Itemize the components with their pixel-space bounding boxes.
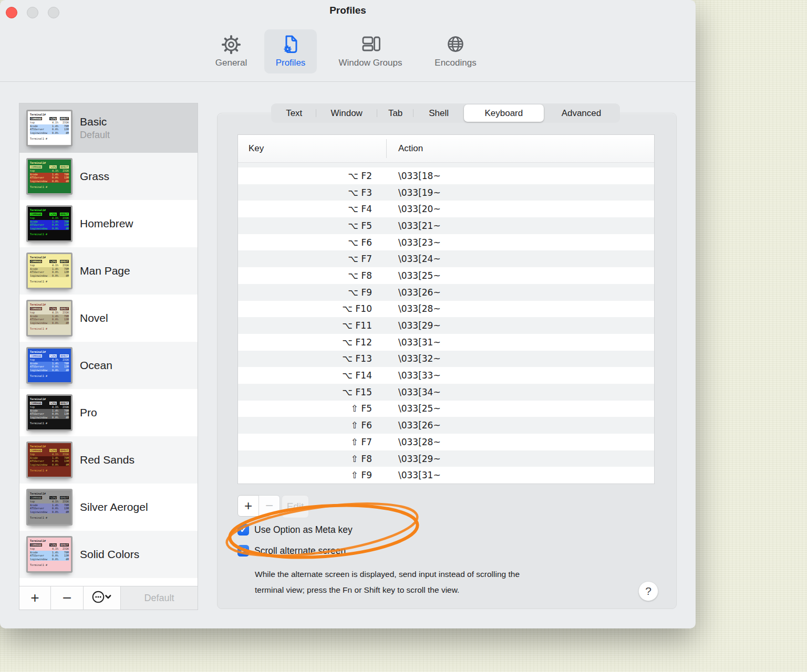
sidebar-footer: + − Default xyxy=(19,586,198,610)
key-mapping-row[interactable]: ⇧ F5\033[25~ xyxy=(238,401,654,417)
key-mappings-table: Key Action ⌥ F2\033[18~⌥ F3\033[19~⌥ F4\… xyxy=(237,134,655,484)
tab-advanced[interactable]: Advanced xyxy=(544,104,619,122)
key-mapping-row[interactable]: ⌥ F15\033[34~ xyxy=(238,384,654,401)
key-cell: ⌥ F9 xyxy=(238,287,372,298)
profile-thumbnail: Terminal1#COMMAND%CPURPRVTtop4.1%231KXco… xyxy=(26,110,73,146)
key-cell: ⌥ F5 xyxy=(238,220,372,231)
key-mapping-row[interactable]: ⌥ F9\033[26~ xyxy=(238,284,654,301)
toolbar-label-window-groups: Window Groups xyxy=(327,58,414,68)
key-mapping-row[interactable]: ⌥ F2\033[18~ xyxy=(238,167,654,184)
key-mapping-row[interactable]: ⇧ F9\033[31~ xyxy=(238,467,654,484)
key-mapping-row[interactable]: ⌥ F14\033[33~ xyxy=(238,367,654,384)
key-cell: ⇧ F7 xyxy=(238,437,372,447)
toolbar-label-encodings: Encodings xyxy=(420,58,491,68)
window-groups-icon xyxy=(358,33,382,57)
toolbar-item-encodings[interactable]: Encodings xyxy=(420,29,491,74)
key-mapping-row[interactable]: ⌥ F4\033[20~ xyxy=(238,201,654,217)
key-mapping-row[interactable]: ⌥ F5\033[21~ xyxy=(238,217,654,234)
action-cell: \033[31~ xyxy=(398,470,441,480)
key-cell: ⌥ F8 xyxy=(238,270,372,281)
key-mapping-row[interactable]: ⌥ F3\033[19~ xyxy=(238,184,654,201)
profile-thumbnail: Terminal1#COMMAND%CPURPRVTtop4.1%231KXco… xyxy=(26,347,73,384)
key-mapping-row[interactable]: ⌥ F6\033[23~ xyxy=(238,234,654,251)
key-cell: ⌥ F10 xyxy=(238,303,372,314)
add-key-mapping-button[interactable]: + xyxy=(237,495,259,517)
gear-icon xyxy=(219,33,243,57)
profile-item-grass[interactable]: Terminal1#COMMAND%CPURPRVTtop4.1%231KXco… xyxy=(19,153,198,200)
tab-window[interactable]: Window xyxy=(316,104,377,122)
profile-thumbnail: Terminal1#COMMAND%CPURPRVTtop4.1%231KXco… xyxy=(26,536,73,573)
profile-thumbnail: Terminal1#COMMAND%CPURPRVTtop4.1%231KXco… xyxy=(26,205,73,242)
profile-item-basic[interactable]: Terminal1#COMMAND%CPURPRVTtop4.1%231KXco… xyxy=(19,103,198,153)
key-mapping-row[interactable]: ⌥ F10\033[28~ xyxy=(238,301,654,318)
alternate-screen-help-text: While the alternate screen is displayed,… xyxy=(255,566,612,598)
scroll-alternate-screen-checkbox[interactable]: ✓ xyxy=(237,545,249,556)
toolbar-item-general[interactable]: General xyxy=(205,29,257,74)
column-header-action: Action xyxy=(398,143,423,154)
profile-thumbnail: Terminal1#COMMAND%CPURPRVTtop4.1%231KXco… xyxy=(26,300,73,337)
action-cell: \033[23~ xyxy=(398,237,441,248)
action-cell: \033[34~ xyxy=(398,387,441,397)
tab-keyboard[interactable]: Keyboard xyxy=(464,104,544,122)
key-cell: ⌥ F15 xyxy=(238,387,372,397)
key-mapping-row[interactable]: ⌥ F7\033[24~ xyxy=(238,250,654,267)
use-option-as-meta-checkbox[interactable]: ✓ xyxy=(237,524,249,536)
profile-thumbnail: Terminal1#COMMAND%CPURPRVTtop4.1%231KXco… xyxy=(26,394,73,431)
key-cell: ⌥ F3 xyxy=(238,187,372,198)
profile-item-solid-colors[interactable]: Terminal1#COMMAND%CPURPRVTtop4.1%231KXco… xyxy=(19,531,198,578)
profile-name: Silver Aerogel xyxy=(80,500,148,513)
remove-profile-button[interactable]: − xyxy=(51,586,84,610)
profile-item-pro[interactable]: Terminal1#COMMAND%CPURPRVTtop4.1%231KXco… xyxy=(19,389,198,436)
partial-row xyxy=(238,163,654,167)
set-default-button[interactable]: Default xyxy=(121,586,198,610)
profile-name: Novel xyxy=(80,311,108,324)
toolbar-item-window-groups[interactable]: Window Groups xyxy=(327,29,414,74)
add-profile-button[interactable]: + xyxy=(19,586,51,610)
key-mapping-row[interactable]: ⇧ F7\033[28~ xyxy=(238,434,654,450)
action-cell: \033[24~ xyxy=(398,254,441,264)
remove-key-mapping-button[interactable]: − xyxy=(258,495,280,517)
key-mapping-row[interactable]: ⇧ F8\033[29~ xyxy=(238,450,654,467)
table-body: ⌥ F2\033[18~⌥ F3\033[19~⌥ F4\033[20~⌥ F5… xyxy=(238,167,654,484)
profile-item-ocean[interactable]: Terminal1#COMMAND%CPURPRVTtop4.1%231KXco… xyxy=(19,342,198,389)
scroll-alternate-screen-checkbox-row: ✓ Scroll alternate screen xyxy=(237,545,346,556)
profile-name: Grass xyxy=(80,170,109,183)
toolbar-item-profiles[interactable]: Profiles xyxy=(264,29,317,74)
help-button[interactable]: ? xyxy=(638,581,658,601)
globe-icon xyxy=(443,33,468,57)
edit-key-mapping-button[interactable]: Edit xyxy=(282,495,309,518)
use-option-as-meta-checkbox-row: ✓ Use Option as Meta key xyxy=(237,524,353,536)
key-mapping-row[interactable]: ⌥ F13\033[32~ xyxy=(238,351,654,368)
key-mapping-row[interactable]: ⌥ F8\033[25~ xyxy=(238,267,654,284)
action-cell: \033[33~ xyxy=(398,370,441,381)
profile-thumbnail: Terminal1#COMMAND%CPURPRVTtop4.1%231KXco… xyxy=(26,253,73,289)
profile-item-homebrew[interactable]: Terminal1#COMMAND%CPURPRVTtop4.1%231KXco… xyxy=(19,200,198,247)
key-cell: ⌥ F13 xyxy=(238,353,372,364)
profile-subtitle: Default xyxy=(80,130,110,141)
profile-name: Red Sands xyxy=(80,453,134,466)
profile-item-silver-aerogel[interactable]: Terminal1#COMMAND%CPURPRVTtop4.1%231KXco… xyxy=(19,484,198,531)
profile-name: Man Page xyxy=(80,264,130,277)
ellipsis-circle-icon xyxy=(91,590,112,606)
more-options-button[interactable] xyxy=(84,586,121,610)
profile-item-red-sands[interactable]: Terminal1#COMMAND%CPURPRVTtop4.1%231KXco… xyxy=(19,436,198,484)
profile-name: Basic Default xyxy=(80,115,110,141)
column-separator xyxy=(386,139,387,158)
profile-item-novel[interactable]: Terminal1#COMMAND%CPURPRVTtop4.1%231KXco… xyxy=(19,295,198,342)
action-cell: \033[19~ xyxy=(398,187,441,198)
titlebar: Profiles xyxy=(0,0,696,25)
toolbar-divider xyxy=(0,81,696,82)
tab-text[interactable]: Text xyxy=(272,104,316,122)
action-cell: \033[21~ xyxy=(398,220,441,231)
key-mapping-row[interactable]: ⌥ F11\033[29~ xyxy=(238,317,654,334)
tab-tab[interactable]: Tab xyxy=(377,104,414,122)
key-cell: ⌥ F11 xyxy=(238,320,372,331)
profile-item-man-page[interactable]: Terminal1#COMMAND%CPURPRVTtop4.1%231KXco… xyxy=(19,247,198,295)
action-cell: \033[29~ xyxy=(398,320,441,331)
key-mapping-row[interactable]: ⇧ F6\033[26~ xyxy=(238,417,654,434)
toolbar-label-general: General xyxy=(205,58,257,68)
action-cell: \033[31~ xyxy=(398,337,441,348)
column-header-key: Key xyxy=(238,143,264,154)
key-mapping-row[interactable]: ⌥ F12\033[31~ xyxy=(238,334,654,351)
tab-shell[interactable]: Shell xyxy=(413,104,463,122)
